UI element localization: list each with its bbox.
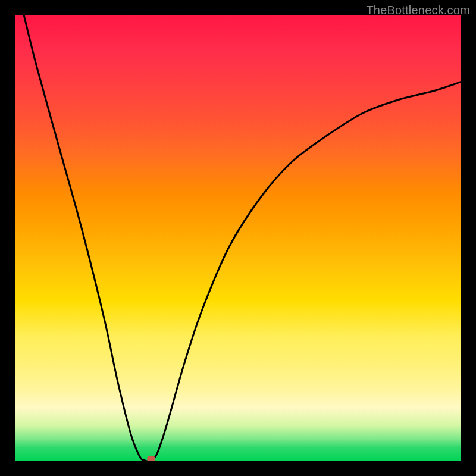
chart-plot-area (15, 15, 461, 461)
optimal-point-marker (147, 456, 155, 461)
watermark-text: TheBottleneck.com (366, 4, 470, 17)
bottleneck-curve (15, 15, 461, 461)
